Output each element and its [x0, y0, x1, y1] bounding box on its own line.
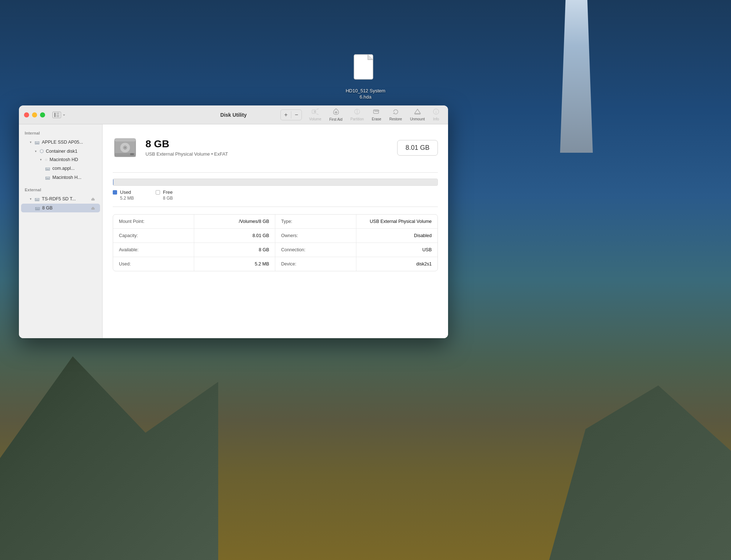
table-row: Mount Point: /Volumes/8 GB Type: USB Ext… — [113, 215, 438, 229]
container-icon: ⬡ — [40, 148, 44, 154]
sidebar-item-8gb[interactable]: 🖴 8 GB ⏏ — [21, 204, 100, 212]
value-used: 5.2 MB — [194, 257, 275, 271]
divider-2 — [113, 207, 438, 207]
close-button[interactable] — [24, 112, 29, 117]
sidebar-item-com-appl[interactable]: 🖴 com.appl... — [21, 164, 100, 173]
unmount-button[interactable]: Unmount — [406, 107, 428, 123]
info-svg: i — [433, 108, 439, 115]
add-button[interactable]: + — [281, 110, 291, 120]
legend-used-label-row: Used — [113, 189, 134, 195]
drive-icon-8gb: 🖴 — [35, 205, 40, 211]
sidebar-item-macintosh-h[interactable]: 🖴 Macintosh H... — [21, 173, 100, 182]
sidebar-label-apple-ssd: APPLE SSD AP05... — [42, 140, 95, 145]
titlebar: Disk Utility + − Volume — [19, 105, 448, 124]
disk-icon-image — [113, 133, 138, 162]
erase-icon — [372, 108, 380, 116]
sidebar-item-apple-ssd[interactable]: ▾ 🖴 APPLE SSD AP05... — [21, 138, 100, 147]
sidebar: Internal ▾ 🖴 APPLE SSD AP05... ▾ ⬡ Conta… — [19, 124, 103, 338]
drive-icon-com-appl: 🖴 — [45, 165, 50, 171]
free-dot — [156, 190, 160, 195]
svg-point-23 — [124, 147, 126, 148]
partition-icon — [353, 108, 361, 116]
value-owners: Disabled — [356, 229, 438, 243]
label-device: Device: — [275, 257, 356, 271]
divider-1 — [113, 172, 438, 173]
svg-text:i: i — [436, 110, 437, 114]
expand-triangle-machd: ▾ — [40, 158, 42, 161]
view-icon — [52, 112, 61, 118]
window-body: Internal ▾ 🖴 APPLE SSD AP05... ▾ ⬡ Conta… — [19, 124, 448, 338]
usage-legend: Used 5.2 MB Free 8 GB — [113, 189, 438, 201]
value-available: 8 GB — [194, 243, 275, 257]
restore-button[interactable]: Restore — [386, 107, 406, 123]
label-type: Type: — [275, 215, 356, 228]
svg-rect-2 — [56, 113, 59, 114]
volume-label: Volume — [309, 117, 321, 121]
svg-rect-24 — [130, 153, 134, 155]
maximize-button[interactable] — [40, 112, 45, 117]
internal-section-label: Internal — [19, 129, 102, 137]
partition-label: Partition — [351, 117, 364, 121]
label-capacity: Capacity: — [113, 229, 194, 243]
sidebar-label-container: Container disk1 — [46, 149, 95, 154]
erase-button[interactable]: Erase — [368, 107, 385, 123]
toolbar-actions: + − Volume — [280, 107, 443, 123]
volume-svg — [311, 108, 319, 115]
legend-free: Free 8 GB — [156, 189, 173, 201]
disk-subtitle: USB External Physical Volume • ExFAT — [145, 151, 390, 157]
external-section-label: External — [19, 186, 102, 194]
svg-line-7 — [316, 109, 319, 109]
sidebar-item-ts-rdf5[interactable]: ▾ 🖴 TS-RDF5 SD T... ⏏ — [21, 195, 100, 203]
eject-icon-tsrdf5[interactable]: ⏏ — [91, 196, 95, 201]
partition-svg — [353, 108, 361, 115]
svg-rect-4 — [56, 116, 59, 117]
label-connection: Connection: — [275, 243, 356, 257]
drive-icon-apple-ssd: 🖴 — [35, 139, 40, 145]
first-aid-button[interactable]: First Aid — [325, 107, 346, 123]
minimize-button[interactable] — [32, 112, 37, 117]
legend-free-label-row: Free — [156, 189, 173, 195]
unmount-label: Unmount — [410, 117, 425, 121]
svg-rect-1 — [54, 113, 56, 117]
view-chevron-icon — [63, 113, 65, 116]
disk-utility-window: Disk Utility + − Volume — [19, 105, 448, 338]
disk-size-title: 8 GB — [145, 139, 390, 150]
sidebar-label-tsrdf5: TS-RDF5 SD T... — [42, 196, 89, 201]
value-mount-point: /Volumes/8 GB — [194, 215, 275, 228]
table-row: Capacity: 8.01 GB Owners: Disabled — [113, 229, 438, 243]
erase-label: Erase — [372, 117, 381, 121]
expand-triangle-container: ▾ — [35, 149, 37, 153]
desktop-file-icon[interactable]: HD10_512 System 6.hda — [345, 54, 385, 100]
info-button[interactable]: i Info — [429, 107, 443, 123]
erase-svg — [372, 108, 380, 115]
svg-line-8 — [316, 114, 319, 115]
table-row: Used: 5.2 MB Device: disk2s1 — [113, 257, 438, 271]
info-icon: i — [433, 108, 439, 116]
file-icon-svg — [352, 54, 379, 86]
sidebar-label-8gb: 8 GB — [42, 205, 89, 211]
view-control[interactable] — [52, 112, 65, 118]
free-value: 8 GB — [156, 196, 173, 201]
expand-triangle-tsrdf5: ▾ — [30, 197, 32, 201]
value-device: disk2s1 — [356, 257, 438, 271]
unmount-svg — [414, 108, 422, 115]
value-connection: USB — [356, 243, 438, 257]
partition-button[interactable]: Partition — [347, 107, 368, 123]
disk-info: 8 GB USB External Physical Volume • ExFA… — [145, 139, 390, 157]
remove-button[interactable]: − — [291, 110, 301, 120]
eject-icon-8gb[interactable]: ⏏ — [91, 205, 95, 211]
first-aid-icon — [332, 108, 340, 116]
disk-icon-machd: ○ — [45, 157, 47, 162]
label-used: Used: — [113, 257, 194, 271]
info-label: Info — [433, 117, 439, 121]
disk-header: 8 GB USB External Physical Volume • ExFA… — [113, 133, 438, 162]
tower — [560, 0, 593, 153]
sidebar-item-macintosh-hd[interactable]: ▾ ○ Macintosh HD — [21, 156, 100, 164]
svg-rect-6 — [314, 111, 316, 113]
sidebar-item-container-disk1[interactable]: ▾ ⬡ Container disk1 — [21, 147, 100, 155]
volume-button[interactable]: Volume — [305, 107, 325, 123]
main-content: 8 GB USB External Physical Volume • ExFA… — [103, 124, 448, 338]
used-dot — [113, 190, 117, 195]
legend-used: Used 5.2 MB — [113, 189, 134, 201]
svg-rect-18 — [115, 139, 136, 141]
